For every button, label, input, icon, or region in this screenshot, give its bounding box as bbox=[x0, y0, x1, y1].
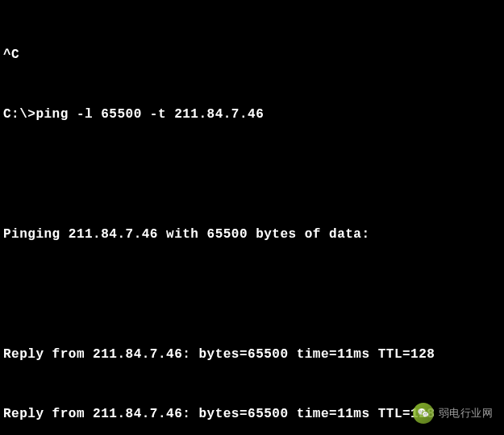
reply-line: Reply from 211.84.7.46: bytes=65500 time… bbox=[3, 345, 501, 365]
interrupt-signal: ^C bbox=[3, 45, 501, 65]
prompt: C:\> bbox=[3, 107, 35, 122]
pinging-header: Pinging 211.84.7.46 with 65500 bytes of … bbox=[3, 225, 501, 245]
reply-line: Reply from 211.84.7.46: bytes=65500 time… bbox=[3, 404, 501, 425]
ping-command[interactable]: ping -l 65500 -t 211.84.7.46 bbox=[35, 107, 264, 122]
blank-line bbox=[3, 164, 501, 184]
blank-line bbox=[3, 284, 501, 304]
terminal-output: ^C C:\>ping -l 65500 -t 211.84.7.46 Ping… bbox=[3, 5, 501, 435]
command-line: C:\>ping -l 65500 -t 211.84.7.46 bbox=[3, 105, 501, 125]
